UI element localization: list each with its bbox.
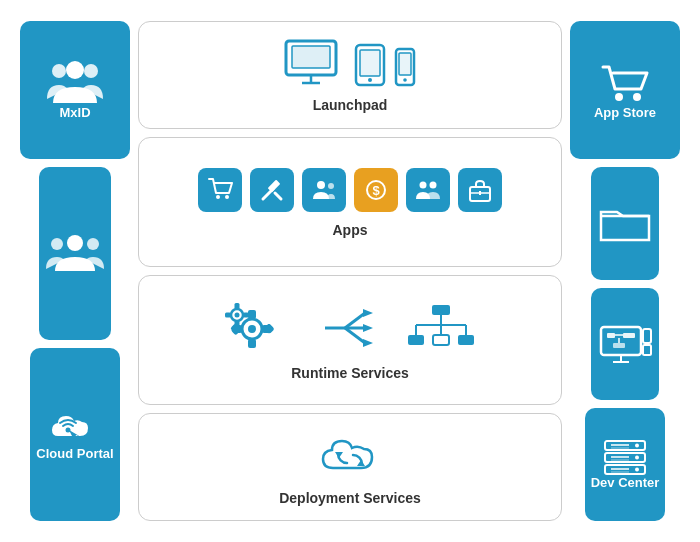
svg-marker-54 — [363, 309, 373, 317]
folder-icon — [597, 202, 653, 244]
center-column: Launchpad — [138, 21, 562, 521]
cloud-portal-icon — [48, 408, 102, 446]
svg-point-3 — [51, 238, 63, 250]
svg-rect-74 — [623, 333, 635, 338]
svg-point-4 — [87, 238, 99, 250]
svg-rect-73 — [607, 333, 615, 338]
svg-rect-63 — [458, 335, 474, 345]
svg-rect-78 — [643, 329, 651, 343]
svg-marker-55 — [363, 324, 373, 332]
monitor-tools-icon — [597, 323, 653, 365]
group-icon — [45, 235, 105, 273]
svg-point-2 — [66, 61, 84, 79]
briefcase-app-icon — [458, 168, 502, 212]
monitor-icon — [284, 39, 346, 87]
team-icon — [415, 177, 441, 203]
svg-rect-49 — [243, 312, 249, 317]
launchpad-label: Launchpad — [313, 97, 388, 113]
svg-point-6 — [66, 428, 71, 433]
apps-panel: $ — [138, 137, 562, 267]
main-diagram: MxID — [10, 11, 690, 531]
deployment-icon — [315, 430, 385, 480]
svg-marker-56 — [363, 339, 373, 347]
svg-text:$: $ — [372, 183, 380, 198]
svg-point-30 — [430, 182, 437, 189]
svg-point-20 — [216, 195, 220, 199]
monitor-tools-box — [591, 288, 659, 401]
app-store-box: App Store — [570, 21, 680, 159]
svg-point-1 — [84, 64, 98, 78]
app-store-icon — [599, 61, 651, 105]
runtime-panel: Runtime Services — [138, 275, 562, 405]
svg-rect-17 — [399, 53, 411, 75]
users-app-icon — [302, 168, 346, 212]
tablet-icon — [354, 43, 386, 87]
svg-point-25 — [317, 181, 325, 189]
dev-center-label: Dev Center — [591, 475, 660, 490]
svg-point-5 — [67, 235, 83, 251]
svg-point-0 — [52, 64, 66, 78]
cart-app-icon — [198, 168, 242, 212]
runtime-label: Runtime Services — [291, 365, 409, 381]
svg-point-15 — [368, 78, 372, 82]
right-column: App Store — [570, 21, 680, 521]
phone-icon — [394, 47, 416, 87]
svg-rect-57 — [432, 305, 450, 315]
gears-icon — [224, 301, 304, 355]
network-icon — [406, 303, 476, 353]
svg-rect-13 — [360, 50, 380, 76]
briefcase-icon — [467, 177, 493, 203]
svg-rect-77 — [613, 343, 625, 348]
svg-rect-46 — [235, 303, 240, 309]
svg-marker-66 — [335, 452, 343, 458]
svg-rect-70 — [601, 327, 641, 355]
server-icon — [599, 439, 651, 475]
finance-app-icon: $ — [354, 168, 398, 212]
svg-rect-48 — [225, 312, 231, 317]
left-bottom-group: Cloud Portal — [20, 167, 130, 521]
app-store-label: App Store — [594, 105, 656, 120]
mxid-box: MxID — [20, 21, 130, 159]
users-icon — [311, 177, 337, 203]
tools-icon — [259, 177, 285, 203]
deployment-label: Deployment Services — [279, 490, 421, 506]
svg-point-69 — [633, 93, 641, 101]
svg-marker-67 — [357, 460, 365, 466]
mxid-label: MxID — [59, 105, 90, 120]
folder-box — [591, 167, 659, 280]
apps-icons: $ — [198, 168, 502, 212]
right-bottom-group: Dev Center — [570, 167, 680, 521]
svg-line-51 — [345, 313, 365, 328]
svg-point-35 — [248, 325, 256, 333]
group-box — [39, 167, 111, 340]
svg-point-45 — [235, 312, 240, 317]
svg-rect-8 — [292, 46, 330, 68]
svg-point-29 — [420, 182, 427, 189]
apps-label: Apps — [333, 222, 368, 238]
svg-line-24 — [275, 193, 281, 199]
svg-rect-36 — [248, 310, 256, 319]
deployment-panel: Deployment Services — [138, 413, 562, 521]
launchpad-panel: Launchpad — [138, 21, 562, 129]
cloud-portal-box: Cloud Portal — [30, 348, 119, 521]
svg-point-91 — [635, 468, 639, 472]
svg-rect-65 — [433, 335, 449, 345]
svg-point-68 — [615, 93, 623, 101]
mxid-icon — [45, 61, 105, 105]
finance-icon: $ — [363, 177, 389, 203]
tools-app-icon — [250, 168, 294, 212]
svg-rect-61 — [408, 335, 424, 345]
svg-rect-37 — [248, 339, 256, 348]
team-app-icon — [406, 168, 450, 212]
svg-line-53 — [345, 328, 365, 343]
svg-point-89 — [635, 444, 639, 448]
cart-icon — [207, 177, 233, 203]
runtime-icons — [224, 301, 476, 355]
fork-icon — [320, 303, 390, 353]
svg-point-90 — [635, 456, 639, 460]
launchpad-icons — [284, 39, 416, 87]
svg-point-21 — [225, 195, 229, 199]
svg-rect-47 — [235, 321, 240, 327]
left-column: MxID — [20, 21, 130, 521]
svg-rect-79 — [643, 345, 651, 355]
